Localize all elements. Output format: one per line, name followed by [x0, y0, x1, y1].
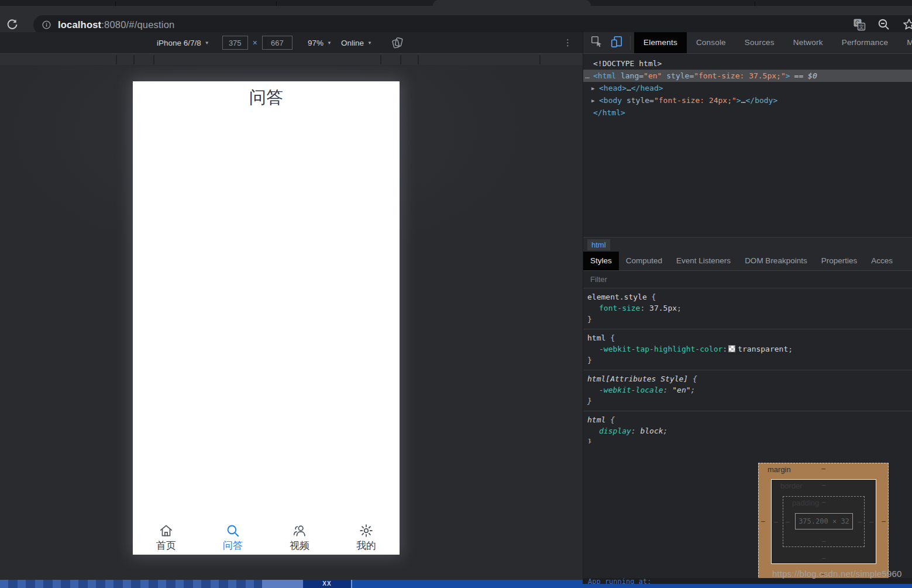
- box-model-dash: –: [858, 518, 862, 526]
- breadcrumb: html: [583, 237, 912, 252]
- styles-filter-input[interactable]: [589, 274, 887, 284]
- device-toolbar-more-icon[interactable]: ⋮: [563, 37, 572, 48]
- background-window-strip: XX: [0, 580, 583, 588]
- toolbar-divider: [630, 36, 631, 50]
- tab-label: 首页: [156, 539, 176, 552]
- reload-icon: [6, 18, 19, 31]
- translate-icon: G 文: [852, 18, 866, 32]
- home-icon: [159, 523, 174, 538]
- active-tab[interactable]: [433, 0, 591, 6]
- device-width-input[interactable]: [222, 36, 248, 50]
- devtools-toolbar: Elements Console Sources Network Perform…: [583, 32, 912, 54]
- tab-sources[interactable]: Sources: [735, 32, 784, 53]
- tab-mine[interactable]: 我的: [333, 521, 400, 555]
- box-model-dash: –: [774, 518, 778, 526]
- box-model-content[interactable]: 375.200 × 32: [795, 513, 853, 529]
- url-text: localhost:8080/#/question: [58, 19, 174, 30]
- box-model-dash: –: [821, 465, 825, 473]
- rotate-button[interactable]: [391, 36, 404, 49]
- tab-question[interactable]: 问答: [199, 521, 266, 555]
- style-rule-html-display[interactable]: html { display: block; }: [583, 411, 912, 443]
- tab-separator: [276, 1, 277, 6]
- device-select[interactable]: iPhone 6/7/8▼: [157, 39, 209, 47]
- box-model-pane: margin – – – – border – – – – padding –: [583, 443, 912, 588]
- devtools-panel: Elements Console Sources Network Perform…: [583, 32, 912, 588]
- chevron-down-icon: ▼: [367, 40, 372, 46]
- tab-console[interactable]: Console: [687, 32, 735, 53]
- tab-elements[interactable]: Elements: [634, 32, 687, 53]
- reload-button[interactable]: [6, 18, 20, 32]
- taskbar-texture: [0, 580, 304, 588]
- selected-node-hint: == $0: [794, 71, 817, 80]
- svg-text:文: 文: [859, 24, 864, 30]
- tab-label: 视频: [290, 539, 309, 552]
- zoom-out-icon: [877, 18, 891, 32]
- dom-node-html-open[interactable]: …<html lang="en" style="font-size: 37.5p…: [583, 70, 912, 82]
- zoom-indicator-button[interactable]: [877, 18, 891, 34]
- dom-node-html-close[interactable]: </html>: [583, 106, 912, 119]
- friends-icon: [292, 523, 307, 538]
- device-height-input[interactable]: [262, 36, 292, 50]
- tab-video[interactable]: 视频: [266, 521, 333, 555]
- dimension-separator: ×: [253, 38, 257, 47]
- taskbar-segment: [262, 580, 303, 588]
- node-menu-icon[interactable]: …: [585, 70, 590, 82]
- inspect-element-button[interactable]: [590, 35, 603, 50]
- box-model-dash: –: [822, 498, 826, 506]
- gear-icon: [359, 523, 374, 538]
- tab-label: 问答: [223, 539, 243, 552]
- tab-label: 我的: [356, 539, 376, 552]
- box-model-dash: –: [822, 481, 826, 489]
- box-model-dash: –: [786, 518, 790, 526]
- style-rule-html-attributes[interactable]: html[Attributes Style] { -webkit-locale:…: [583, 370, 912, 411]
- tab-network[interactable]: Network: [784, 32, 832, 53]
- style-rule-html-tap-highlight[interactable]: html { -webkit-tap-highlight-color:trans…: [583, 329, 912, 370]
- breadcrumb-html[interactable]: html: [587, 239, 610, 250]
- tab-memory[interactable]: M: [897, 32, 912, 53]
- tab-dom-breakpoints[interactable]: DOM Breakpoints: [738, 252, 814, 270]
- tab-strip[interactable]: [0, 0, 912, 6]
- emulation-stage: 问答 首页 问答: [0, 54, 583, 588]
- dom-node-body[interactable]: ▶<body style="font-size: 24px;">…</body>: [583, 94, 912, 106]
- tab-separator: [755, 1, 755, 6]
- zoom-select[interactable]: 97%▼: [308, 39, 332, 47]
- tab-properties[interactable]: Properties: [814, 252, 865, 270]
- box-model-padding[interactable]: padding – – – – 375.200 × 32: [783, 496, 865, 547]
- tab-performance[interactable]: Performance: [832, 32, 897, 53]
- box-model-dash: –: [761, 517, 765, 525]
- inspect-cursor-icon: [590, 35, 603, 48]
- dom-node-doctype[interactable]: <!DOCTYPE html>: [583, 57, 912, 70]
- box-model-margin[interactable]: margin – – – – border – – – – padding –: [758, 463, 889, 580]
- dom-node-head[interactable]: ▶<head>…</head>: [583, 82, 912, 94]
- dom-tree: <!DOCTYPE html> …<html lang="en" style="…: [583, 54, 912, 237]
- box-model-border[interactable]: border – – – – padding – – – – 375.200 ×…: [771, 479, 876, 564]
- color-swatch[interactable]: [728, 345, 735, 352]
- translate-button[interactable]: G 文: [852, 18, 866, 34]
- style-rule-element[interactable]: element.style { font-size: 37.5px; }: [583, 288, 912, 329]
- expand-arrow-icon[interactable]: ▶: [591, 82, 599, 95]
- site-info-icon[interactable]: [41, 19, 52, 30]
- terminal-output-text: App running at:: [583, 578, 912, 584]
- search-icon: [225, 523, 240, 538]
- app-tab-bar: 首页 问答 视频: [133, 521, 400, 555]
- tab-styles[interactable]: Styles: [583, 252, 619, 270]
- bookmark-button[interactable]: [902, 18, 912, 34]
- tab-computed[interactable]: Computed: [619, 252, 669, 270]
- browser-window: localhost:8080/#/question G 文: [0, 0, 912, 588]
- watermark: https://blog.csdn.net/simple5960: [772, 569, 902, 579]
- tab-event-listeners[interactable]: Event Listeners: [669, 252, 738, 270]
- throttling-select[interactable]: Online▼: [341, 39, 372, 47]
- tab-home[interactable]: 首页: [133, 521, 199, 555]
- box-model-dash: –: [882, 517, 886, 525]
- url-host: localhost: [58, 19, 101, 30]
- taskbar-segment: [352, 580, 583, 588]
- expand-arrow-icon[interactable]: ▶: [591, 95, 599, 107]
- ruler-strip: [0, 54, 583, 66]
- tab-accessibility[interactable]: Acces: [864, 252, 900, 270]
- throttling-value: Online: [341, 39, 364, 47]
- styles-filter-bar: [583, 271, 912, 288]
- device-toolbar-toggle-button[interactable]: [610, 35, 623, 50]
- styles-pane: element.style { font-size: 37.5px; } htm…: [583, 288, 912, 443]
- device-select-label: iPhone 6/7/8: [157, 39, 201, 47]
- sidebar-tabs: Styles Computed Event Listeners DOM Brea…: [583, 252, 912, 271]
